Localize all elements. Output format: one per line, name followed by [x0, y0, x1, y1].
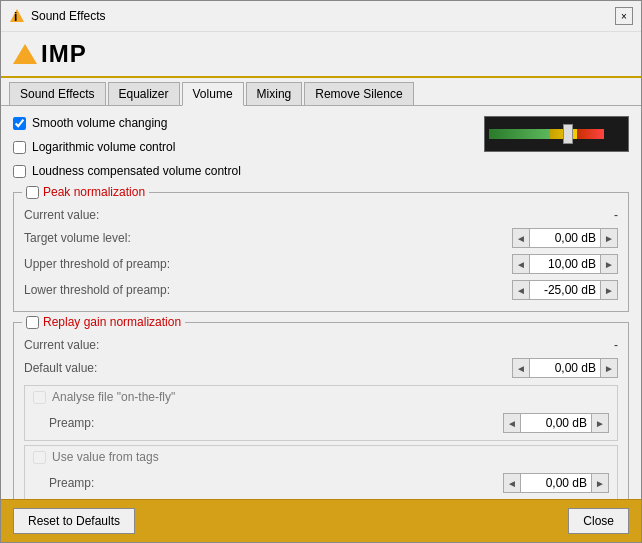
replay-default-spinner: ◄ 0,00 dB ►	[512, 358, 618, 378]
use-tags-checkbox[interactable]	[33, 451, 46, 464]
peak-lower-spinner: ◄ -25,00 dB ►	[512, 280, 618, 300]
peak-target-row: Target volume level: ◄ 0,00 dB ►	[24, 225, 618, 251]
slider-green-segment	[489, 129, 550, 139]
replay-default-label: Default value:	[24, 361, 97, 375]
peak-target-decrement[interactable]: ◄	[512, 228, 530, 248]
replay-preamp1-increment[interactable]: ►	[591, 413, 609, 433]
tab-remove-silence[interactable]: Remove Silence	[304, 82, 413, 105]
slider-red-segment	[577, 129, 604, 139]
volume-checkboxes: Smooth volume changing Logarithmic volum…	[13, 116, 241, 184]
peak-target-label: Target volume level:	[24, 231, 131, 245]
peak-normalization-content: Current value: - Target volume level: ◄ …	[24, 205, 618, 303]
analyse-subgroup: Analyse file "on-the-fly" Preamp: ◄ 0,00…	[24, 385, 618, 441]
loudness-row: Loudness compensated volume control	[13, 164, 241, 178]
log-volume-checkbox[interactable]	[13, 141, 26, 154]
replay-gain-title: Replay gain normalization	[22, 315, 185, 329]
replay-gain-content: Current value: - Default value: ◄ 0,00 d…	[24, 335, 618, 499]
peak-current-value: -	[614, 208, 618, 222]
replay-preamp1-row: Preamp: ◄ 0,00 dB ►	[33, 410, 609, 436]
replay-gain-checkbox[interactable]	[26, 316, 39, 329]
tab-volume[interactable]: Volume	[182, 82, 244, 106]
replay-current-value: -	[614, 338, 618, 352]
log-volume-label: Logarithmic volume control	[32, 140, 175, 154]
replay-gain-label: Replay gain normalization	[43, 315, 181, 329]
peak-current-value-label: Current value:	[24, 208, 99, 222]
slider-thumb[interactable]	[563, 124, 573, 144]
log-volume-row: Logarithmic volume control	[13, 140, 241, 154]
volume-slider-visual	[484, 116, 629, 152]
replay-preamp2-decrement[interactable]: ◄	[503, 473, 521, 493]
window-title: Sound Effects	[31, 9, 106, 23]
peak-target-increment[interactable]: ►	[600, 228, 618, 248]
tab-equalizer[interactable]: Equalizer	[108, 82, 180, 105]
smooth-volume-row: Smooth volume changing	[13, 116, 241, 130]
replay-default-decrement[interactable]: ◄	[512, 358, 530, 378]
footer: Reset to Defaults Close	[1, 499, 641, 542]
peak-upper-value: 10,00 dB	[530, 254, 600, 274]
peak-lower-label: Lower threshold of preamp:	[24, 283, 170, 297]
replay-preamp2-increment[interactable]: ►	[591, 473, 609, 493]
analyse-label: Analyse file "on-the-fly"	[52, 390, 175, 404]
main-window: i Sound Effects × IMP Sound Effects Equa…	[0, 0, 642, 543]
replay-current-row: Current value: -	[24, 335, 618, 355]
replay-preamp1-value: 0,00 dB	[521, 413, 591, 433]
peak-target-value: 0,00 dB	[530, 228, 600, 248]
peak-upper-decrement[interactable]: ◄	[512, 254, 530, 274]
usetags-subgroup: Use value from tags Preamp: ◄ 0,00 dB ►	[24, 445, 618, 499]
replay-preamp1-spinner: ◄ 0,00 dB ►	[503, 413, 609, 433]
use-tags-row: Use value from tags	[33, 450, 609, 464]
replay-preamp1-label: Preamp:	[49, 416, 94, 430]
reset-defaults-button[interactable]: Reset to Defaults	[13, 508, 135, 534]
logo-triangle-icon	[13, 44, 37, 64]
use-tags-label: Use value from tags	[52, 450, 159, 464]
logo-area: IMP	[1, 32, 641, 78]
peak-lower-row: Lower threshold of preamp: ◄ -25,00 dB ►	[24, 277, 618, 303]
replay-preamp1-decrement[interactable]: ◄	[503, 413, 521, 433]
peak-lower-decrement[interactable]: ◄	[512, 280, 530, 300]
peak-normalization-group: Peak normalization Current value: - Targ…	[13, 192, 629, 312]
svg-text:i: i	[14, 10, 17, 24]
peak-upper-row: Upper threshold of preamp: ◄ 10,00 dB ►	[24, 251, 618, 277]
replay-default-row: Default value: ◄ 0,00 dB ►	[24, 355, 618, 381]
title-bar-left: i Sound Effects	[9, 8, 106, 24]
window-close-button[interactable]: ×	[615, 7, 633, 25]
tab-mixing[interactable]: Mixing	[246, 82, 303, 105]
logo: IMP	[13, 40, 629, 68]
content-area: Smooth volume changing Logarithmic volum…	[1, 106, 641, 499]
logo-text: IMP	[41, 40, 87, 68]
tabs-bar: Sound Effects Equalizer Volume Mixing Re…	[1, 78, 641, 106]
tab-sound-effects[interactable]: Sound Effects	[9, 82, 106, 105]
replay-preamp2-spinner: ◄ 0,00 dB ►	[503, 473, 609, 493]
peak-target-spinner: ◄ 0,00 dB ►	[512, 228, 618, 248]
close-button[interactable]: Close	[568, 508, 629, 534]
slider-track	[489, 126, 624, 142]
replay-gain-group: Replay gain normalization Current value:…	[13, 322, 629, 499]
replay-default-value: 0,00 dB	[530, 358, 600, 378]
replay-preamp2-row: Preamp: ◄ 0,00 dB ►	[33, 470, 609, 496]
peak-normalization-label: Peak normalization	[43, 185, 145, 199]
loudness-label: Loudness compensated volume control	[32, 164, 241, 178]
top-controls: Smooth volume changing Logarithmic volum…	[13, 116, 629, 184]
replay-current-label: Current value:	[24, 338, 99, 352]
analyse-row: Analyse file "on-the-fly"	[33, 390, 609, 404]
analyse-checkbox[interactable]	[33, 391, 46, 404]
peak-normalization-checkbox[interactable]	[26, 186, 39, 199]
loudness-checkbox[interactable]	[13, 165, 26, 178]
replay-preamp2-value: 0,00 dB	[521, 473, 591, 493]
peak-lower-value: -25,00 dB	[530, 280, 600, 300]
peak-normalization-title: Peak normalization	[22, 185, 149, 199]
peak-upper-spinner: ◄ 10,00 dB ►	[512, 254, 618, 274]
peak-upper-increment[interactable]: ►	[600, 254, 618, 274]
smooth-volume-label: Smooth volume changing	[32, 116, 167, 130]
peak-upper-label: Upper threshold of preamp:	[24, 257, 170, 271]
replay-preamp2-label: Preamp:	[49, 476, 94, 490]
title-bar: i Sound Effects ×	[1, 1, 641, 32]
peak-lower-increment[interactable]: ►	[600, 280, 618, 300]
smooth-volume-checkbox[interactable]	[13, 117, 26, 130]
replay-default-increment[interactable]: ►	[600, 358, 618, 378]
peak-current-value-row: Current value: -	[24, 205, 618, 225]
app-icon: i	[9, 8, 25, 24]
